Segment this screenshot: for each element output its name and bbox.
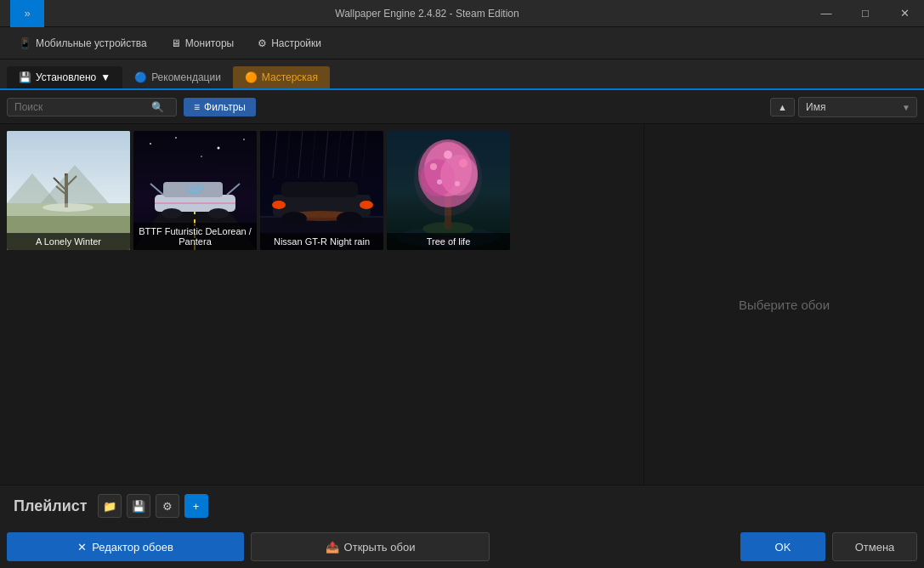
action-row: ✕ Редактор обоев 📤 Открыть обои OK Отмен… — [0, 529, 924, 568]
filters-btn[interactable]: ≡ Фильтры — [184, 98, 256, 116]
recommended-icon: 🔵 — [134, 71, 147, 83]
gear-icon: ⚙ — [162, 500, 173, 513]
maximize-btn[interactable]: □ — [846, 0, 885, 27]
svg-point-25 — [243, 139, 245, 140]
top-toolbar: 📱 Мобильные устройства 🖥 Мониторы ⚙ Наст… — [0, 27, 924, 60]
svg-point-23 — [175, 137, 177, 139]
app-title: Wallpaper Engine 2.4.82 - Steam Edition — [48, 8, 807, 20]
expand-btn[interactable]: » — [10, 0, 44, 27]
search-icon: 🔍 — [151, 101, 164, 113]
wallpaper-title: A Lonely Winter — [7, 233, 130, 250]
right-panel-placeholder: Выберите обои — [739, 298, 830, 312]
filter-bar: 🔍 ≡ Фильтры ▲ Имя Дата Рейтинг — [0, 90, 924, 124]
plus-icon: + — [193, 500, 200, 513]
svg-point-17 — [162, 208, 182, 219]
sort-select[interactable]: Имя Дата Рейтинг — [798, 97, 917, 117]
save-icon: 💾 — [132, 500, 145, 513]
workshop-icon: 🟠 — [245, 71, 258, 83]
open-wallpaper-btn[interactable]: 📤 Открыть обои — [251, 532, 490, 561]
svg-point-7 — [43, 203, 94, 212]
playlist-settings-btn[interactable]: ⚙ — [156, 494, 179, 518]
wallpaper-grid: A Lonely Winter — [7, 131, 637, 250]
wallpaper-item[interactable]: Tree of life — [387, 131, 510, 250]
open-icon: 📤 — [326, 541, 339, 554]
svg-point-32 — [272, 201, 286, 209]
right-panel: Выберите обои — [643, 124, 924, 485]
svg-point-36 — [337, 212, 362, 225]
folder-icon: 📁 — [103, 500, 116, 513]
monitors-label: Мониторы — [185, 37, 234, 49]
svg-rect-31 — [281, 182, 358, 197]
main-area: A Lonely Winter — [0, 124, 924, 485]
tab-installed[interactable]: 💾 Установлено ▼ — [7, 66, 122, 88]
minimize-btn[interactable]: — — [807, 0, 846, 27]
svg-point-20 — [190, 186, 200, 191]
installed-icon: 💾 — [19, 71, 31, 83]
wallpaper-thumbnail — [387, 131, 510, 250]
installed-dropdown-icon: ▼ — [100, 71, 111, 83]
wallpaper-item[interactable]: BTTF Futuristic DeLorean / Pantera — [133, 131, 257, 250]
filters-label: Фильтры — [204, 101, 246, 113]
wallpaper-grid-area: A Lonely Winter — [0, 124, 643, 485]
filter-icon: ≡ — [194, 101, 200, 113]
monitors-btn[interactable]: 🖥 Мониторы — [162, 34, 242, 53]
playlist-folder-btn[interactable]: 📁 — [98, 494, 122, 518]
svg-point-24 — [218, 147, 220, 150]
svg-point-33 — [360, 201, 373, 209]
settings-btn[interactable]: ⚙ Настройки — [249, 34, 330, 53]
sort-controls: ▲ Имя Дата Рейтинг — [770, 97, 917, 117]
monitors-icon: 🖥 — [171, 37, 181, 49]
wallpaper-editor-btn[interactable]: ✕ Редактор обоев — [7, 532, 244, 561]
settings-icon: ⚙ — [258, 37, 267, 49]
svg-point-22 — [150, 143, 151, 145]
editor-label: Редактор обоев — [92, 541, 173, 554]
playlist-save-btn[interactable]: 💾 — [127, 494, 150, 518]
playlist-title: Плейлист — [14, 497, 88, 515]
close-btn[interactable]: ✕ — [885, 0, 924, 27]
search-input[interactable] — [14, 101, 146, 113]
search-wrapper: 🔍 — [7, 98, 177, 116]
mobile-icon: 📱 — [19, 37, 31, 49]
wallpaper-thumbnail — [260, 131, 383, 250]
wallpaper-title: Nissan GT-R Night rain — [260, 233, 383, 250]
svg-point-18 — [208, 208, 229, 219]
tab-workshop[interactable]: 🟠 Мастерская — [233, 66, 330, 88]
sort-direction-btn[interactable]: ▲ — [770, 98, 795, 116]
wallpaper-title: Tree of life — [387, 233, 510, 250]
mobile-label: Мобильные устройства — [36, 37, 147, 49]
expand-icon: » — [24, 7, 30, 20]
open-label: Открыть обои — [344, 541, 416, 554]
svg-point-58 — [414, 139, 482, 216]
mobile-devices-btn[interactable]: 📱 Мобильные устройства — [10, 34, 156, 53]
wallpaper-item[interactable]: Nissan GT-R Night rain — [260, 131, 383, 250]
ok-btn[interactable]: OK — [740, 532, 825, 561]
settings-label: Настройки — [271, 37, 321, 49]
window-controls: — □ ✕ — [807, 0, 924, 27]
editor-icon: ✕ — [77, 541, 87, 554]
wallpaper-title: BTTF Futuristic DeLorean / Pantera — [133, 223, 257, 250]
sort-select-wrapper: Имя Дата Рейтинг — [798, 97, 917, 117]
svg-point-26 — [201, 156, 202, 157]
tab-recommended[interactable]: 🔵 Рекомендации — [122, 66, 233, 88]
wallpaper-thumbnail — [7, 131, 130, 250]
svg-point-35 — [281, 212, 307, 225]
wallpaper-item[interactable]: A Lonely Winter — [7, 131, 130, 250]
tab-workshop-label: Мастерская — [262, 71, 318, 83]
tab-installed-label: Установлено — [36, 71, 96, 83]
cancel-btn[interactable]: Отмена — [832, 532, 917, 561]
playlist-row: Плейлист 📁 💾 ⚙ + — [0, 486, 924, 521]
bottom-bar: Плейлист 📁 💾 ⚙ + ✕ Редактор обоев 📤 Откр… — [0, 485, 924, 568]
titlebar: » Wallpaper Engine 2.4.82 - Steam Editio… — [0, 0, 924, 27]
playlist-add-btn[interactable]: + — [184, 494, 208, 518]
tab-recommended-label: Рекомендации — [151, 71, 221, 83]
tab-bar: 💾 Установлено ▼ 🔵 Рекомендации 🟠 Мастерс… — [0, 60, 924, 90]
